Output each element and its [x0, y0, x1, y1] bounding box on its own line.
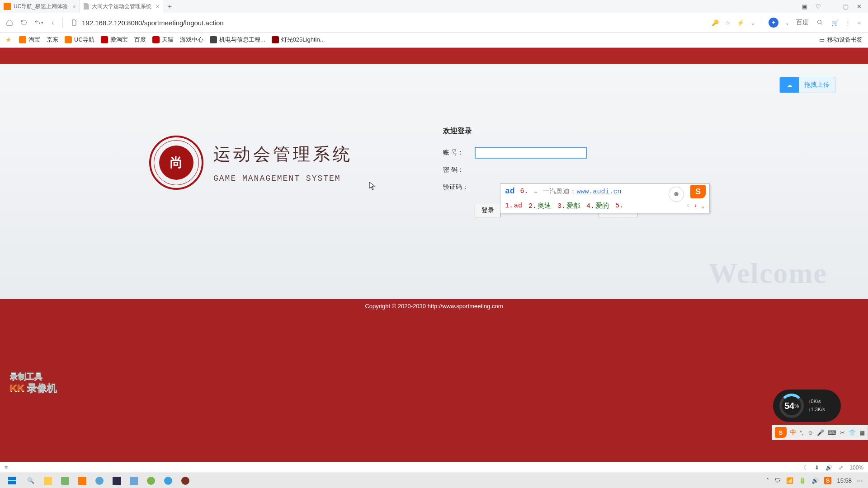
tab-uc-nav[interactable]: UC导航_极速上网体验 ×: [0, 0, 80, 13]
ime-status-toolbar[interactable]: S 中 °, ☺ 🎤 ⌨ ✂ 👕 ▦: [772, 425, 868, 440]
windows-taskbar: 🔍 ˄ 🛡 📶 🔋 🔊 S 15:58 ▭: [0, 473, 868, 488]
bookmark-label: 机电与信息工程...: [219, 36, 265, 44]
ime-candidate-2[interactable]: 2.奥迪: [528, 202, 551, 210]
ime-prev-icon[interactable]: ‹: [686, 202, 690, 209]
lightning-icon[interactable]: ⚡: [737, 19, 744, 26]
ime-keyboard-icon[interactable]: ⌨: [828, 429, 836, 436]
globe-icon[interactable]: ✦: [769, 18, 778, 28]
tray-notifications-icon[interactable]: ▭: [857, 477, 863, 484]
new-tab-button[interactable]: ＋: [163, 2, 176, 11]
ime-next-icon[interactable]: ›: [693, 202, 697, 209]
cart-icon[interactable]: 🛒: [831, 19, 839, 26]
close-window-icon[interactable]: ✕: [857, 3, 862, 10]
ime-candidate-5[interactable]: 5.: [615, 202, 624, 210]
bookmark-label: 灯光025Lightin...: [281, 36, 325, 44]
ime-hint-link[interactable]: www.audi.cn: [576, 188, 621, 196]
kebab-menu-icon[interactable]: ⋮: [845, 19, 851, 26]
ime-candidate-window[interactable]: ad 6. ☁ 一汽奥迪：www.audi.cn 1.ad 2.奥迪 3.爱都 …: [500, 183, 710, 213]
home-icon[interactable]: [5, 18, 14, 28]
close-icon[interactable]: ×: [72, 3, 76, 10]
upload-chip[interactable]: ☁ 拖拽上传: [779, 77, 835, 93]
app-icon[interactable]: [57, 474, 73, 488]
tray-volume-icon[interactable]: 🔊: [811, 477, 819, 484]
undo-dropdown-icon[interactable]: ▾: [33, 18, 43, 28]
login-heading: 欢迎登录: [443, 127, 642, 136]
browser-chrome: UC导航_极速上网体验 × 大同大学运动会管理系统 × ＋ ▣ ♡ — ▢ ✕ …: [0, 0, 868, 33]
bookmark-lighting[interactable]: 灯光025Lightin...: [272, 36, 325, 44]
app-icon[interactable]: [126, 474, 142, 488]
moon-icon[interactable]: ☾: [803, 465, 808, 471]
favicon-icon: [4, 3, 11, 10]
pip-icon[interactable]: ▣: [802, 3, 807, 10]
app-icon[interactable]: [160, 474, 176, 488]
url-box[interactable]: 192.168.2.120:8080/sportmeeting/logout.a…: [67, 18, 707, 28]
chevron-down-icon[interactable]: ⌄: [785, 19, 790, 26]
hamburger-menu-icon[interactable]: ≡: [857, 19, 861, 26]
bookmark-jidian[interactable]: 机电与信息工程...: [210, 36, 265, 44]
bookmark-aitaobao[interactable]: 爱淘宝: [101, 36, 128, 44]
search-taskbar-icon[interactable]: 🔍: [23, 474, 39, 488]
ime-punct-icon[interactable]: °,: [800, 429, 804, 436]
ime-candidate-1[interactable]: 1.ad: [505, 202, 522, 210]
speaker-icon[interactable]: 🔊: [826, 465, 832, 471]
network-monitor-widget[interactable]: 54% 0K/s 1.3K/s: [773, 389, 841, 422]
expand-icon[interactable]: ⤢: [839, 465, 843, 471]
ime-tool-icon[interactable]: ✂: [840, 429, 845, 436]
chevron-down-icon[interactable]: ⌄: [750, 19, 755, 26]
page-header-stripe: [0, 48, 868, 64]
download-icon[interactable]: ⬇: [815, 465, 819, 471]
minimize-icon[interactable]: —: [829, 3, 835, 10]
search-engine-label[interactable]: 百度: [796, 19, 809, 27]
status-menu-icon[interactable]: ≡: [5, 465, 8, 471]
tab-sportmeeting[interactable]: 大同大学运动会管理系统 ×: [80, 0, 164, 13]
bookmark-jd[interactable]: 京东: [47, 36, 58, 44]
search-icon[interactable]: [815, 18, 825, 28]
ime-candidate-3[interactable]: 3.爱都: [557, 202, 580, 210]
login-button[interactable]: 登录: [475, 204, 501, 217]
maximize-icon[interactable]: ▢: [843, 3, 849, 10]
hero-area: ☁ 拖拽上传 尚 运动会管理系统 GAME MANAGEMENT SYSTEM …: [0, 64, 868, 299]
account-input[interactable]: [475, 147, 587, 159]
url-text: 192.168.2.120:8080/sportmeeting/logout.a…: [82, 19, 224, 27]
app-icon[interactable]: [143, 474, 159, 488]
bookmark-baidu[interactable]: 百度: [134, 36, 146, 44]
tray-battery-icon[interactable]: 🔋: [799, 477, 806, 484]
tray-wifi-icon[interactable]: 📶: [786, 477, 793, 484]
sogou-logo-icon[interactable]: S: [775, 427, 787, 438]
bookmark-gamecenter[interactable]: 游戏中心: [180, 36, 203, 44]
bookmark-tmall[interactable]: 天猫: [152, 36, 174, 44]
key-icon[interactable]: 🔑: [712, 19, 719, 26]
device-icon[interactable]: ▭: [819, 37, 825, 43]
tray-chevron-icon[interactable]: ˄: [766, 477, 769, 484]
ime-skin-icon[interactable]: 👕: [849, 429, 856, 436]
shield-icon[interactable]: ♡: [816, 3, 821, 10]
bookmark-taobao[interactable]: 淘宝: [19, 36, 40, 44]
tray-ime-icon[interactable]: S: [824, 477, 832, 484]
close-icon[interactable]: ×: [156, 3, 160, 10]
sogou-logo-icon[interactable]: S: [690, 185, 706, 198]
tray-security-icon[interactable]: 🛡: [775, 477, 781, 484]
ime-candidate-4[interactable]: 4.爱的: [586, 202, 609, 210]
start-button[interactable]: [2, 474, 22, 488]
ime-grid-icon[interactable]: ▦: [859, 429, 865, 436]
ime-avatar-icon[interactable]: ☻: [669, 187, 684, 202]
app-icon[interactable]: [91, 474, 108, 488]
ime-voice-icon[interactable]: 🎤: [817, 429, 824, 436]
ime-lang-indicator[interactable]: 中: [790, 428, 796, 436]
bookmark-star[interactable]: ★: [5, 36, 13, 43]
bookmark-ucnav[interactable]: UC导航: [65, 36, 94, 44]
tray-clock[interactable]: 15:58: [837, 477, 852, 484]
bookmark-label: 爱淘宝: [110, 36, 128, 44]
reload-icon[interactable]: [19, 18, 29, 28]
mobile-bookmarks[interactable]: 移动设备书签: [827, 36, 863, 44]
recorder-line1: 录制工具: [10, 371, 57, 382]
favorite-icon[interactable]: ☆: [725, 19, 731, 26]
back-icon[interactable]: [48, 18, 58, 28]
ime-expand-icon[interactable]: ⌄: [701, 202, 705, 210]
app-icon[interactable]: [108, 474, 125, 488]
uc-browser-icon[interactable]: [74, 474, 90, 488]
file-explorer-icon[interactable]: [40, 474, 56, 488]
zoom-level[interactable]: 100%: [849, 465, 863, 471]
app-icon[interactable]: [177, 474, 193, 488]
ime-emoji-icon[interactable]: ☺: [807, 429, 813, 436]
